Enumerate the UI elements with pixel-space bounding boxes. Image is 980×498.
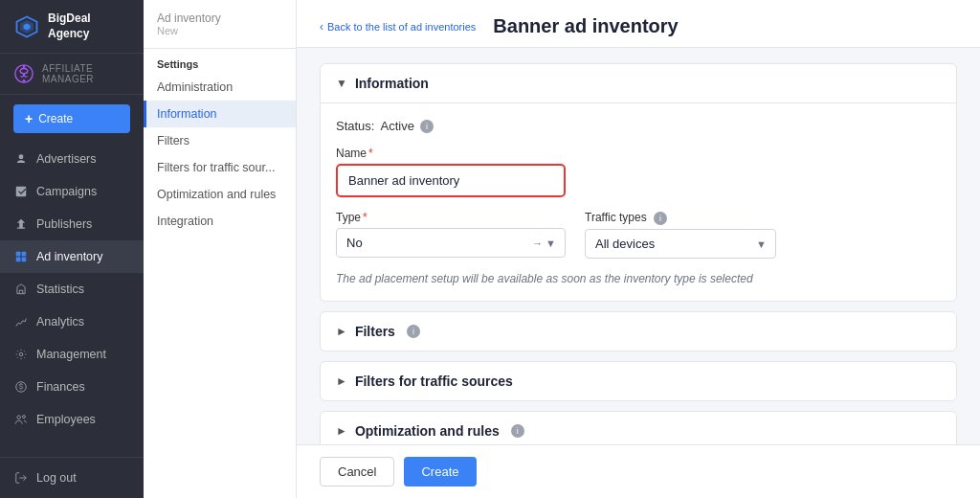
subnav: Ad inventory New Settings Administration…	[144, 0, 297, 498]
svg-rect-4	[22, 252, 27, 257]
management-icon	[13, 347, 29, 362]
employees-icon	[13, 412, 29, 427]
traffic-info-icon[interactable]: i	[654, 212, 667, 225]
sidebar-item-publishers[interactable]: Publishers	[0, 208, 144, 240]
subnav-item-integration[interactable]: Integration	[144, 208, 296, 235]
subnav-section-label: Settings	[144, 49, 296, 74]
brand-icon	[13, 13, 40, 40]
type-select[interactable]: No	[336, 228, 566, 258]
subnav-item-filters[interactable]: Filters	[144, 127, 296, 154]
svg-point-8	[16, 382, 27, 393]
brand-name-line1: BigDeal	[48, 11, 91, 27]
sidebar-label-publishers: Publishers	[36, 217, 92, 231]
type-label: Type*	[336, 211, 566, 224]
traffic-select[interactable]: All devices	[585, 229, 776, 259]
section-optimization-title: Optimization and rules	[355, 423, 500, 439]
section-filters-title: Filters	[355, 324, 395, 339]
section-information-header[interactable]: ▼ Information	[321, 64, 956, 103]
main-header: ‹ Back to the list of ad inventories Ban…	[297, 0, 980, 48]
type-traffic-row: Type* No → ▼ Traffic types	[336, 211, 941, 259]
name-input[interactable]	[339, 167, 563, 194]
traffic-label: Traffic types i	[585, 211, 776, 225]
hint-text: The ad placement setup will be available…	[336, 272, 941, 285]
type-select-wrapper: No → ▼	[336, 228, 566, 258]
status-info-icon[interactable]: i	[420, 120, 434, 133]
create-submit-button[interactable]: Create	[404, 457, 476, 487]
subnav-item-optimization[interactable]: Optimization and rules	[144, 181, 296, 208]
sidebar-label-campaigns: Campaigns	[36, 185, 97, 198]
sidebar-item-advertisers[interactable]: Advertisers	[0, 143, 144, 175]
finances-icon	[13, 379, 29, 395]
section-filters-traffic-header[interactable]: ► Filters for traffic sources	[321, 362, 956, 400]
sidebar: BigDeal Agency AFFILIATE MANAGER + Creat…	[0, 0, 144, 498]
main-content: ‹ Back to the list of ad inventories Ban…	[297, 0, 980, 498]
name-type-row: Name*	[336, 147, 941, 197]
sidebar-item-logout[interactable]: Log out	[0, 462, 144, 494]
section-information-chevron: ▼	[336, 77, 347, 90]
section-filters-header[interactable]: ► Filters i	[321, 312, 956, 351]
status-label: Status:	[336, 119, 374, 133]
svg-point-7	[19, 352, 23, 356]
svg-point-1	[23, 65, 26, 68]
brand-logo: BigDeal Agency	[0, 0, 144, 54]
section-filters: ► Filters i	[320, 311, 957, 351]
sidebar-nav: Advertisers Campaigns Publishers	[0, 143, 144, 457]
user-icon	[13, 151, 29, 167]
svg-rect-5	[16, 258, 21, 262]
traffic-select-wrapper: All devices ▼	[585, 229, 776, 259]
section-optimization-header[interactable]: ► Optimization and rules i	[321, 412, 956, 444]
type-field-group: Type* No → ▼	[336, 211, 566, 259]
status-row: Status: Active i	[336, 119, 941, 133]
sidebar-label-logout: Log out	[36, 471, 77, 485]
svg-point-2	[23, 79, 26, 82]
affiliate-section: AFFILIATE MANAGER	[0, 54, 144, 95]
campaign-icon	[13, 184, 29, 199]
cancel-button[interactable]: Cancel	[320, 457, 394, 487]
sidebar-item-ad-inventory[interactable]: Ad inventory	[0, 240, 144, 273]
sidebar-item-management[interactable]: Management	[0, 338, 144, 371]
sidebar-item-statistics[interactable]: Statistics	[0, 273, 144, 306]
section-optimization: ► Optimization and rules i	[320, 411, 957, 444]
page-title: Banner ad inventory	[493, 15, 678, 37]
create-button-label: Create	[38, 112, 73, 125]
section-optimization-chevron: ►	[336, 424, 347, 438]
section-information-title: Information	[355, 76, 429, 91]
sidebar-label-advertisers: Advertisers	[36, 152, 97, 166]
plus-icon: +	[25, 111, 33, 126]
sidebar-label-management: Management	[36, 348, 106, 361]
subnav-item-administration[interactable]: Administration	[144, 74, 296, 101]
main-footer: Cancel Create	[297, 444, 980, 498]
name-label: Name*	[336, 147, 566, 160]
svg-rect-3	[16, 252, 21, 257]
optimization-info-icon[interactable]: i	[511, 424, 524, 438]
create-button[interactable]: + Create	[13, 104, 130, 133]
sidebar-item-campaigns[interactable]: Campaigns	[0, 175, 144, 208]
subnav-header: Ad inventory New	[144, 0, 296, 49]
type-required: *	[363, 211, 368, 224]
subnav-item-information[interactable]: Information	[144, 101, 296, 127]
subnav-subtitle: New	[157, 25, 282, 36]
name-input-wrapper	[336, 164, 566, 197]
back-chevron-icon: ‹	[320, 20, 323, 34]
sidebar-item-finances[interactable]: Finances	[0, 371, 144, 403]
traffic-field-group: Traffic types i All devices ▼	[585, 211, 776, 259]
section-information-body: Status: Active i Name*	[321, 103, 956, 301]
sidebar-item-analytics[interactable]: Analytics	[0, 306, 144, 338]
back-link[interactable]: ‹ Back to the list of ad inventories	[320, 20, 476, 34]
status-value: Active	[380, 119, 413, 133]
filters-info-icon[interactable]: i	[407, 325, 420, 338]
subnav-title: Ad inventory	[157, 11, 282, 25]
section-filters-chevron: ►	[336, 325, 347, 338]
sidebar-label-finances: Finances	[36, 380, 85, 394]
publisher-icon	[13, 216, 29, 232]
sidebar-bottom: Log out	[0, 457, 144, 498]
subnav-item-filters-traffic[interactable]: Filters for traffic sour...	[144, 154, 296, 181]
svg-rect-6	[22, 258, 27, 262]
sidebar-label-employees: Employees	[36, 413, 96, 426]
section-filters-traffic-title: Filters for traffic sources	[355, 374, 513, 389]
back-link-text: Back to the list of ad inventories	[327, 21, 476, 33]
svg-point-9	[17, 416, 21, 419]
affiliate-icon	[13, 63, 34, 84]
analytics-icon	[13, 314, 29, 329]
sidebar-item-employees[interactable]: Employees	[0, 403, 144, 436]
